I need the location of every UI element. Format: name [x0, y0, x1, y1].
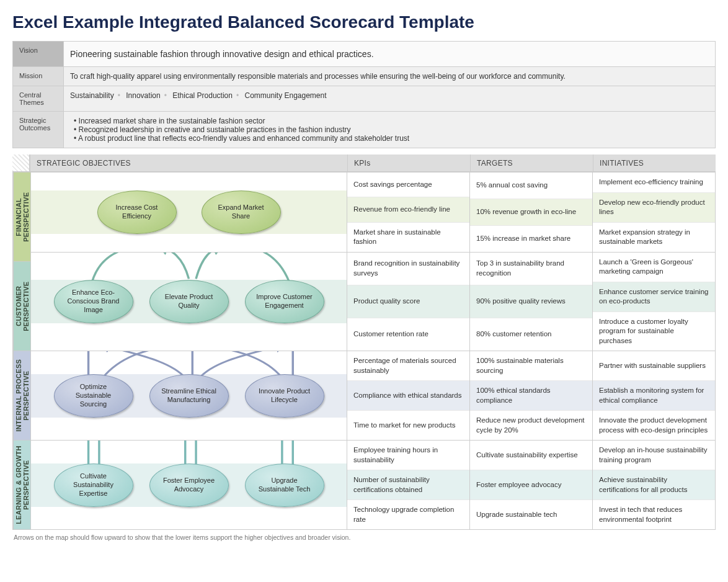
initiative-cell: Enhance customer service training on eco… [593, 282, 715, 311]
header-table: Vision Pioneering sustainable fashion th… [12, 41, 716, 148]
target-cell: 5% annual cost saving [470, 172, 592, 199]
initiative-cell: Develop new eco-friendly product lines [593, 192, 715, 222]
kpi-cell: Brand recognition in sustainability surv… [347, 253, 469, 285]
objective-oval: Streamline Ethical Manufacturing [149, 374, 229, 418]
theme-item: Ethical Production [172, 91, 233, 100]
col-header-objectives: STRATEGIC OBJECTIVES [30, 154, 347, 172]
initiative-cell: Establish a monitoring system for ethica… [593, 380, 715, 410]
vision-label: Vision [13, 42, 64, 67]
perspective-sidebar: FINANCIAL PERSPECTIVE CUSTOMER PERSPECTI… [13, 172, 30, 529]
kpi-cell: Compliance with ethical standards [347, 380, 469, 410]
initiative-cell: Launch a 'Green is Gorgeous' marketing c… [593, 253, 715, 282]
target-cell: Top 3 in sustainability brand recognitio… [470, 253, 592, 285]
objective-oval: Enhance Eco-Conscious Brand Image [54, 280, 133, 323]
kpi-cell: Employee training hours in sustainabilit… [347, 441, 469, 470]
mission-value: To craft high-quality apparel using envi… [64, 67, 716, 86]
target-cell: Foster employee advocacy [470, 470, 592, 499]
col-header-targets: TARGETS [470, 154, 593, 172]
kpi-cell: Percentage of materials sourced sustaina… [347, 351, 469, 380]
kpi-cell: Cost savings percentage [347, 172, 469, 197]
objective-oval: Increase Cost Efficiency [97, 190, 177, 234]
target-cell: 80% customer retention [470, 318, 592, 351]
themes-value: Sustainability• Innovation• Ethical Prod… [64, 86, 716, 112]
theme-item: Community Engagement [244, 91, 326, 100]
objective-oval: Upgrade Sustainable Tech [245, 463, 324, 507]
theme-item: Innovation [126, 91, 160, 100]
kpi-cell: Revenue from eco-friendly line [347, 197, 469, 222]
page-title: Excel Example Integrated Balanced Scorec… [12, 12, 716, 32]
perspective-row-customer: Enhance Eco-Conscious Brand Image Elevat… [30, 252, 715, 351]
scorecard-main: STRATEGIC OBJECTIVES KPIs TARGETS INITIA… [12, 154, 716, 530]
perspective-label-customer: CUSTOMER PERSPECTIVE [13, 262, 30, 351]
outcome-item: Recognized leadership in creative and su… [74, 125, 709, 134]
col-header-kpis: KPIs [347, 154, 470, 172]
initiative-cell: Implement eco-efficiency training [593, 172, 715, 192]
footnote: Arrows on the map should flow upward to … [12, 530, 716, 545]
objective-oval: Elevate Product Quality [149, 280, 229, 323]
outcome-item: Increased market share in the sustainabl… [74, 117, 709, 125]
outcome-item: A robust product line that reflects eco-… [74, 134, 709, 143]
objective-oval: Innovate Product Lifecycle [245, 374, 324, 418]
initiative-cell: Achieve sustainability certifications fo… [593, 470, 715, 499]
objective-oval: Optimize Sustainable Sourcing [54, 374, 133, 418]
objective-oval: Cultivate Sustainability Expertise [54, 463, 133, 507]
perspective-row-learning: Cultivate Sustainability Expertise Foste… [30, 440, 715, 529]
initiative-cell: Innovate the product development process… [593, 410, 715, 440]
target-cell: 10% revenue growth in eco-line [470, 199, 592, 225]
vision-value: Pioneering sustainable fashion through i… [64, 42, 716, 67]
kpi-cell: Customer retention rate [347, 318, 469, 351]
target-cell: 15% increase in market share [470, 225, 592, 252]
perspective-row-financial: Increase Cost Efficiency Expand Market S… [30, 172, 715, 252]
kpi-cell: Technology upgrade completion rate [347, 499, 469, 529]
target-cell: 100% ethical standards compliance [470, 380, 592, 410]
initiative-cell: Introduce a customer loyalty program for… [593, 311, 715, 351]
themes-label: Central Themes [13, 86, 64, 112]
kpi-cell: Time to market for new products [347, 410, 469, 440]
target-cell: Reduce new product development cycle by … [470, 410, 592, 440]
target-cell: 90% positive quality reviews [470, 285, 592, 318]
initiative-cell: Develop an in-house sustainability train… [593, 441, 715, 470]
target-cell: Upgrade sustainable tech [470, 499, 592, 529]
corner-hatch [12, 154, 30, 172]
kpi-cell: Market share in sustainable fashion [347, 222, 469, 252]
target-cell: 100% sustainable materials sourcing [470, 351, 592, 380]
objective-oval: Expand Market Share [202, 190, 281, 234]
mission-label: Mission [13, 67, 64, 86]
perspective-label-financial: FINANCIAL PERSPECTIVE [13, 172, 30, 262]
initiative-cell: Market expansion strategy in sustainable… [593, 222, 715, 252]
objective-oval: Improve Customer Engagement [245, 280, 324, 323]
perspective-row-internal: Optimize Sustainable Sourcing Streamline… [30, 351, 715, 440]
objective-oval: Foster Employee Advocacy [149, 463, 229, 507]
kpi-cell: Product quality score [347, 285, 469, 318]
perspective-label-internal: INTERNAL PROCESS PERSPECTIVE [13, 351, 30, 441]
perspective-label-learning: LEARNING & GROWTH PERSPECTIVE [13, 441, 30, 530]
initiative-cell: Invest in tech that reduces environmenta… [593, 499, 715, 529]
outcomes-label: Strategic Outcomes [13, 112, 64, 148]
kpi-cell: Number of sustainability certifications … [347, 470, 469, 499]
target-cell: Cultivate sustainability expertise [470, 441, 592, 470]
theme-item: Sustainability [70, 91, 114, 100]
outcomes-value: Increased market share in the sustainabl… [64, 112, 716, 148]
col-header-initiatives: INITIATIVES [593, 154, 716, 172]
initiative-cell: Partner with sustainable suppliers [593, 351, 715, 380]
